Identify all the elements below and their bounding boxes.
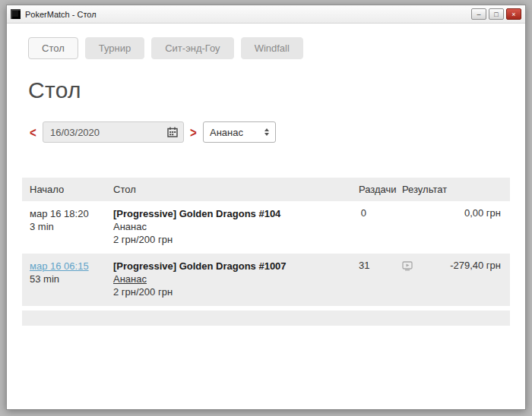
date-input[interactable] — [43, 121, 184, 143]
titlebar[interactable]: PokerMatch - Стол – □ × — [7, 5, 525, 24]
game-type: Ананас — [113, 220, 359, 233]
stakes: 2 грн/200 грн — [113, 233, 359, 246]
table-name: [Progressive] Golden Dragons #104 — [113, 207, 359, 220]
prev-date-button[interactable]: < — [28, 124, 38, 140]
hands-count: 31 — [359, 254, 402, 306]
session-start-time: мар 16 18:20 — [30, 207, 106, 220]
session-start-time-link[interactable]: мар 16 06:15 — [30, 260, 89, 272]
session-duration: 53 min — [30, 273, 106, 285]
game-select[interactable]: Ананас — [203, 121, 276, 143]
table-name: [Progressive] Golden Dragons #1007 — [113, 260, 359, 273]
column-header-table: Стол — [106, 178, 359, 201]
tab-bar: Стол Турнир Сит-энд-Гоу Windfall — [28, 37, 504, 59]
select-arrows-icon — [264, 128, 269, 136]
session-result: 0,00 грн — [464, 207, 501, 219]
filter-bar: < > Ананас — [28, 121, 504, 143]
column-header-result: Результат — [402, 178, 510, 201]
tab-table[interactable]: Стол — [28, 37, 78, 59]
calendar-icon[interactable] — [167, 127, 178, 137]
session-result: -279,40 грн — [450, 260, 501, 271]
chevron-left-icon: < — [30, 124, 36, 140]
stakes: 2 грн/200 грн — [113, 285, 359, 298]
app-icon — [11, 9, 21, 19]
tab-sit-and-go[interactable]: Сит-энд-Гоу — [151, 37, 233, 59]
column-header-start: Начало — [22, 178, 106, 201]
game-type-link[interactable]: Ананас — [113, 273, 147, 285]
sessions-table: Начало Стол Раздачи Результат мар 16 18:… — [22, 178, 510, 306]
window-controls: – □ × — [471, 8, 521, 20]
app-window: PokerMatch - Стол – □ × Стол Турнир Сит-… — [6, 5, 526, 410]
hands-count: 0 — [359, 201, 402, 254]
game-select-value: Ананас — [210, 127, 243, 138]
maximize-button[interactable]: □ — [489, 8, 504, 20]
tab-windfall[interactable]: Windfall — [241, 37, 303, 59]
session-row: мар 16 06:15 53 min [Progressive] Golden… — [22, 254, 510, 306]
date-picker — [43, 121, 184, 143]
session-duration: 3 min — [30, 220, 106, 233]
chevron-right-icon: > — [190, 124, 197, 140]
session-row: мар 16 18:20 3 min [Progressive] Golden … — [22, 201, 510, 254]
window-title: PokerMatch - Стол — [25, 10, 467, 19]
desktop: { "window": { "title": "PokerMatch - Сто… — [0, 0, 532, 416]
replay-icon[interactable] — [402, 260, 413, 271]
table-footer — [22, 310, 510, 326]
tab-tournament[interactable]: Турнир — [85, 37, 144, 59]
next-date-button[interactable]: > — [188, 124, 198, 140]
page-title: Стол — [28, 77, 504, 103]
minimize-button[interactable]: – — [471, 8, 486, 20]
table-header-row: Начало Стол Раздачи Результат — [22, 178, 510, 201]
column-header-hands: Раздачи — [359, 178, 402, 201]
window-content: Стол Турнир Сит-энд-Гоу Windfall Стол < — [7, 24, 525, 409]
close-button[interactable]: × — [506, 8, 521, 20]
